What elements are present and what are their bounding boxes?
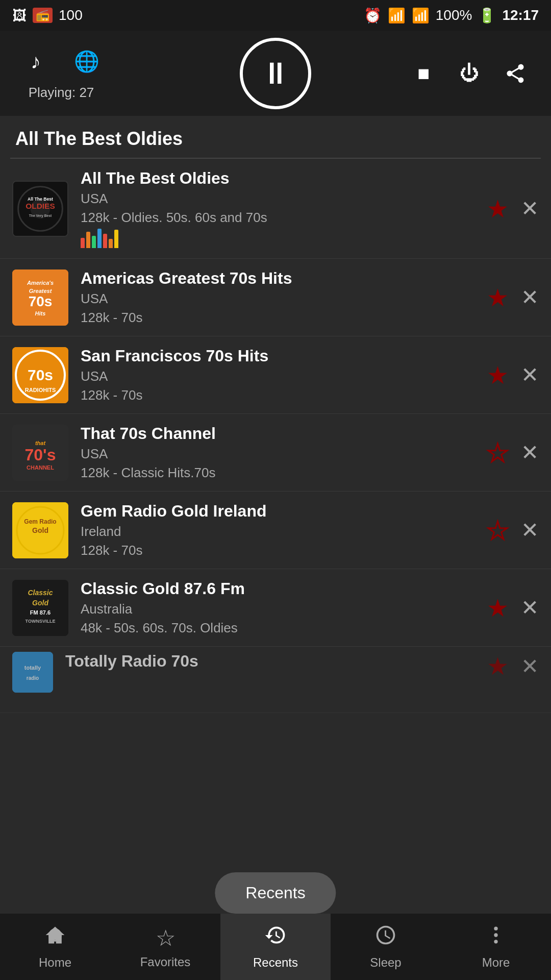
equalizer-bars — [81, 228, 487, 248]
player-right-controls: ■ ⏻ — [408, 58, 531, 89]
signal-count: 100 — [59, 7, 83, 23]
nav-item-more[interactable]: More — [441, 914, 551, 980]
station-bitrate-3: 128k - 70s — [81, 387, 487, 403]
favorites-label: Favorites — [140, 955, 191, 969]
remove-button-2[interactable]: ✕ — [521, 285, 539, 310]
station-actions-3: ★ ✕ — [487, 361, 539, 389]
alarm-icon: ⏰ — [364, 7, 382, 24]
photo-icon: 🖼 — [12, 7, 27, 24]
radio-icon: 📻 — [33, 8, 53, 23]
station-logo-3: 70s RADIOHITS — [12, 347, 68, 403]
favorite-button-6[interactable]: ★ — [487, 594, 509, 622]
recents-icon — [264, 924, 287, 951]
svg-text:Classic: Classic — [28, 589, 53, 597]
station-bitrate-2: 128k - 70s — [81, 310, 487, 326]
station-logo-4: that 70's CHANNEL — [12, 425, 68, 481]
station-bitrate-6: 48k - 50s. 60s. 70s. Oldies — [81, 620, 487, 636]
svg-text:America's: America's — [27, 280, 54, 286]
station-item[interactable]: America's Greatest 70s Hits Americas Gre… — [0, 259, 551, 336]
svg-text:totally: totally — [24, 665, 41, 671]
favorite-button-3[interactable]: ★ — [487, 361, 509, 389]
status-bar: 🖼 📻 100 ⏰ 📶 📶 100% 🔋 12:17 — [0, 0, 551, 31]
station-actions-1: ★ ✕ — [487, 194, 539, 223]
station-info-7: Totally Radio 70s — [65, 652, 487, 674]
station-name-5: Gem Radio Gold Ireland — [81, 502, 487, 521]
svg-point-35 — [494, 940, 497, 943]
station-country-4: USA — [81, 446, 487, 462]
station-item[interactable]: totally radio Totally Radio 70s ★ ✕ — [0, 647, 551, 713]
stop-button[interactable]: ■ — [408, 58, 439, 89]
svg-text:All The Best: All The Best — [28, 196, 53, 201]
svg-text:70s: 70s — [28, 366, 53, 383]
remove-button-6[interactable]: ✕ — [521, 595, 539, 620]
more-label: More — [482, 955, 510, 970]
home-icon — [44, 924, 66, 951]
station-item[interactable]: that 70's CHANNEL That 70s Channel USA 1… — [0, 414, 551, 492]
playing-status: Playing: 27 — [29, 85, 94, 101]
station-logo-6: Classic Gold FM 87.6 TOWNSVILLE — [12, 580, 68, 636]
globe-icon[interactable]: 🌐 — [71, 46, 102, 77]
nav-item-recents[interactable]: Recents — [220, 914, 331, 980]
station-info-1: All The Best Oldies USA 128k - Oldies. 5… — [81, 169, 487, 248]
station-item[interactable]: Gem Radio Gold Gem Radio Gold Ireland Ir… — [0, 492, 551, 569]
sleep-icon — [374, 924, 397, 951]
station-actions-2: ★ ✕ — [487, 283, 539, 312]
station-actions-5: ★ ✕ — [487, 516, 539, 545]
status-left: 🖼 📻 100 — [12, 7, 83, 24]
more-icon — [485, 924, 507, 951]
nav-item-sleep[interactable]: Sleep — [331, 914, 441, 980]
station-country-3: USA — [81, 369, 487, 384]
favorite-button-1[interactable]: ★ — [487, 194, 509, 223]
svg-point-34 — [494, 933, 497, 937]
station-item[interactable]: Classic Gold FM 87.6 TOWNSVILLE Classic … — [0, 569, 551, 647]
station-name-7: Totally Radio 70s — [65, 652, 487, 671]
station-country-6: Australia — [81, 601, 487, 617]
svg-text:FM 87.6: FM 87.6 — [30, 609, 51, 616]
battery-icon: 🔋 — [478, 7, 496, 24]
favorite-button-7[interactable]: ★ — [487, 652, 509, 680]
music-note-icon[interactable]: ♪ — [20, 46, 51, 77]
favorites-icon: ☆ — [156, 925, 176, 951]
station-item[interactable]: All The Best OLDIES The Very Best All Th… — [0, 159, 551, 259]
station-bitrate-5: 128k - 70s — [81, 543, 487, 558]
station-actions-6: ★ ✕ — [487, 594, 539, 622]
svg-text:TOWNSVILLE: TOWNSVILLE — [26, 619, 56, 624]
station-name-3: San Franciscos 70s Hits — [81, 347, 487, 365]
station-logo-1: All The Best OLDIES The Very Best — [12, 181, 68, 237]
station-bitrate-1: 128k - Oldies. 50s. 60s and 70s — [81, 210, 487, 226]
remove-button-5[interactable]: ✕ — [521, 518, 539, 543]
home-label: Home — [39, 955, 71, 970]
station-actions-4: ★ ✕ — [487, 438, 539, 467]
player-left-controls: ♪ 🌐 Playing: 27 — [20, 46, 102, 101]
status-right: ⏰ 📶 📶 100% 🔋 12:17 — [364, 7, 539, 24]
favorite-button-5[interactable]: ★ — [487, 516, 509, 545]
station-info-3: San Franciscos 70s Hits USA 128k - 70s — [81, 347, 487, 403]
power-button[interactable]: ⏻ — [454, 58, 485, 89]
remove-button-1[interactable]: ✕ — [521, 196, 539, 221]
station-logo-2: America's Greatest 70s Hits — [12, 270, 68, 326]
station-item[interactable]: 70s RADIOHITS San Franciscos 70s Hits US… — [0, 336, 551, 414]
station-list: All The Best OLDIES The Very Best All Th… — [0, 159, 551, 713]
section-title: All The Best Oldies — [0, 116, 551, 158]
share-button[interactable] — [500, 58, 531, 89]
station-logo-5: Gem Radio Gold — [12, 502, 68, 558]
svg-text:Gem Radio: Gem Radio — [24, 518, 56, 525]
svg-text:Hits: Hits — [35, 310, 46, 316]
station-country-5: Ireland — [81, 524, 487, 540]
battery-percent: 100% — [436, 7, 472, 23]
favorite-button-2[interactable]: ★ — [487, 283, 509, 312]
remove-button-7[interactable]: ✕ — [521, 654, 539, 679]
svg-point-33 — [494, 927, 497, 930]
favorite-button-4[interactable]: ★ — [487, 438, 509, 467]
wifi-icon: 📶 — [388, 7, 406, 24]
remove-button-3[interactable]: ✕ — [521, 362, 539, 387]
recents-tooltip: Recents — [215, 872, 336, 914]
remove-button-4[interactable]: ✕ — [521, 440, 539, 465]
pause-button[interactable]: ⏸ — [240, 38, 311, 109]
svg-rect-28 — [12, 652, 53, 693]
player-header: ♪ 🌐 Playing: 27 ⏸ ■ ⏻ — [0, 31, 551, 116]
sleep-label: Sleep — [370, 955, 401, 970]
svg-text:70's: 70's — [25, 446, 56, 464]
nav-item-home[interactable]: Home — [0, 914, 110, 980]
nav-item-favorites[interactable]: ☆ Favorites — [110, 914, 220, 980]
